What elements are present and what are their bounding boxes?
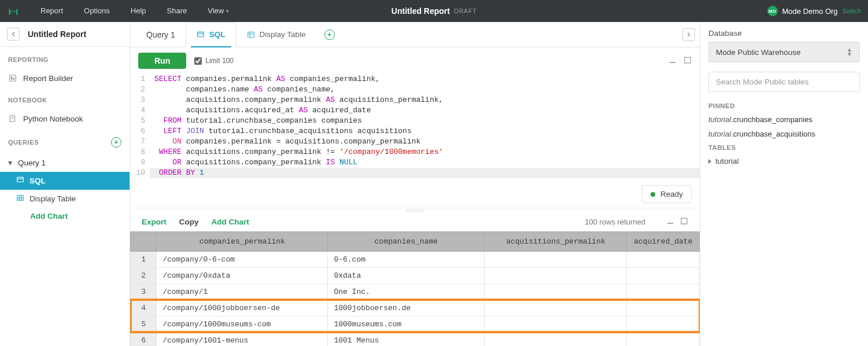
table-cell[interactable]: 1001 Menus xyxy=(328,332,485,346)
back-row: Untitled Report xyxy=(0,22,130,47)
database-select[interactable]: Mode Public Warehouse ▲▼ xyxy=(708,42,860,62)
query-tree-item-query1[interactable]: ▾ Query 1 xyxy=(0,153,130,172)
table-cell[interactable]: /company/1000jobboersen-de xyxy=(157,300,328,316)
org-name[interactable]: Mode Demo Org xyxy=(782,7,838,16)
tab-label: Display Table xyxy=(260,22,306,47)
editor-code[interactable]: SELECT companies.permalink AS companies_… xyxy=(150,74,700,178)
table-cell[interactable] xyxy=(627,316,700,332)
limit-checkbox[interactable]: Limit 100 xyxy=(194,57,234,65)
table-cell[interactable] xyxy=(627,267,700,284)
chevron-right-icon xyxy=(685,31,693,39)
menu-report[interactable]: Report xyxy=(30,0,73,22)
col-header[interactable]: companies_name xyxy=(328,231,485,251)
sql-label: SQL xyxy=(29,176,46,185)
table-row[interactable]: 1/company/0-6-com0-6.com xyxy=(131,251,700,267)
menu-help[interactable]: Help xyxy=(120,0,157,22)
table-search[interactable] xyxy=(708,72,860,92)
table-cell[interactable] xyxy=(485,251,627,267)
tab-display-table[interactable]: Display Table xyxy=(237,22,316,47)
table-cell[interactable] xyxy=(627,251,700,267)
rownum-header xyxy=(131,231,157,251)
add-chart-label: Add Chart xyxy=(30,212,68,220)
tab-breadcrumb-query1[interactable]: Query 1 xyxy=(146,30,186,39)
menu-options[interactable]: Options xyxy=(73,0,120,22)
pinned-section-label: PINNED xyxy=(708,102,860,109)
table-tab-icon xyxy=(247,31,255,39)
svg-rect-0 xyxy=(10,75,16,82)
schema-label: tutorial xyxy=(715,157,739,165)
table-cell[interactable] xyxy=(627,284,700,300)
minimize-icon[interactable] xyxy=(668,56,677,66)
table-cell[interactable]: /company/1 xyxy=(157,284,328,300)
table-cell[interactable]: /company/1001-menus xyxy=(157,332,328,346)
maximize-icon[interactable] xyxy=(680,217,688,227)
switch-link[interactable]: Switch xyxy=(843,8,861,14)
sidebar-item-python-notebook[interactable]: Python Notebook xyxy=(0,109,130,128)
table-cell[interactable] xyxy=(485,284,627,300)
table-row[interactable]: 6/company/1001-menus1001 Menus xyxy=(131,332,700,346)
limit-label: Limit 100 xyxy=(205,57,234,65)
editor-window-controls xyxy=(668,56,692,66)
report-title[interactable]: Untitled Report xyxy=(391,6,450,16)
ready-label: Ready xyxy=(660,190,683,198)
table-cell[interactable]: 1000jobboersen.de xyxy=(328,300,485,316)
section-queries: QUERIES xyxy=(8,139,39,146)
mode-logo-icon[interactable] xyxy=(7,5,20,17)
report-title-group: Untitled Report DRAFT xyxy=(391,6,477,16)
menu-share[interactable]: Share xyxy=(157,0,198,22)
pinned-table-item[interactable]: tutorial.crunchbase_acquisitions xyxy=(708,130,860,138)
copy-link[interactable]: Copy xyxy=(179,218,199,226)
caret-right-icon xyxy=(708,159,711,164)
sql-editor[interactable]: 12345678910 SELECT companies.permalink A… xyxy=(130,74,700,181)
table-cell[interactable] xyxy=(485,267,627,284)
col-header[interactable]: acquisitions_permalink xyxy=(485,231,627,251)
sidebar-item-report-builder[interactable]: Report Builder xyxy=(0,69,130,87)
query-tree: ▾ Query 1 SQL Display Table Add Chart xyxy=(0,153,130,224)
table-cell[interactable]: /company/0-6-com xyxy=(157,251,328,267)
table-cell[interactable] xyxy=(485,332,627,346)
limit-checkbox-input[interactable] xyxy=(194,57,202,65)
table-cell[interactable]: /company/1000museums-com xyxy=(157,316,328,332)
col-header[interactable]: companies_permalink xyxy=(157,231,328,251)
query-tree-item-display-table[interactable]: Display Table xyxy=(0,190,130,208)
table-row[interactable]: 4/company/1000jobboersen-de1000jobboerse… xyxy=(131,300,700,316)
minimize-icon[interactable] xyxy=(666,217,674,227)
table-row[interactable]: 3/company/1One Inc. xyxy=(131,284,700,300)
table-cell[interactable] xyxy=(485,316,627,332)
add-query-button[interactable]: + xyxy=(111,137,121,148)
tabs-right-controls xyxy=(682,28,695,41)
pinned-table-item[interactable]: tutorial.crunchbase_companies xyxy=(708,115,860,124)
table-cell[interactable]: 0xdata xyxy=(328,267,485,284)
org-avatar[interactable]: MO xyxy=(767,6,778,16)
col-header[interactable]: acquired_date xyxy=(627,231,700,251)
run-button[interactable]: Run xyxy=(138,53,186,69)
table-row[interactable]: 2/company/0xdata0xdata xyxy=(131,267,700,284)
tab-add-button[interactable]: + xyxy=(324,30,335,40)
table-row[interactable]: 5/company/1000museums-com1000museums.com xyxy=(131,316,700,332)
results-table[interactable]: companies_permalink companies_name acqui… xyxy=(130,231,700,346)
plus-icon: + xyxy=(324,30,335,40)
table-search-input[interactable] xyxy=(716,78,852,86)
add-chart-link[interactable]: Add Chart xyxy=(212,218,249,226)
query-tree-add-chart[interactable]: Add Chart xyxy=(0,208,130,224)
status-row: Ready xyxy=(130,181,700,208)
table-cell[interactable]: 1000museums.com xyxy=(328,316,485,332)
tab-sql[interactable]: SQL xyxy=(186,22,237,47)
menu-view[interactable]: View ▾ xyxy=(197,0,239,22)
svg-rect-8 xyxy=(17,195,24,200)
export-link[interactable]: Export xyxy=(142,218,167,226)
pane-splitter[interactable] xyxy=(130,208,700,214)
table-schema-item[interactable]: tutorial xyxy=(708,157,860,165)
back-button[interactable] xyxy=(7,28,20,41)
rownum-cell: 4 xyxy=(131,300,157,316)
results-window-controls xyxy=(666,217,688,227)
table-cell[interactable] xyxy=(627,332,700,346)
table-cell[interactable]: /company/0xdata xyxy=(157,267,328,284)
table-cell[interactable]: 0-6.com xyxy=(328,251,485,267)
maximize-icon[interactable] xyxy=(684,56,692,66)
table-cell[interactable] xyxy=(627,300,700,316)
query-tree-item-sql[interactable]: SQL xyxy=(0,172,130,190)
table-cell[interactable]: One Inc. xyxy=(328,284,485,300)
forward-button[interactable] xyxy=(682,28,695,41)
table-cell[interactable] xyxy=(485,300,627,316)
